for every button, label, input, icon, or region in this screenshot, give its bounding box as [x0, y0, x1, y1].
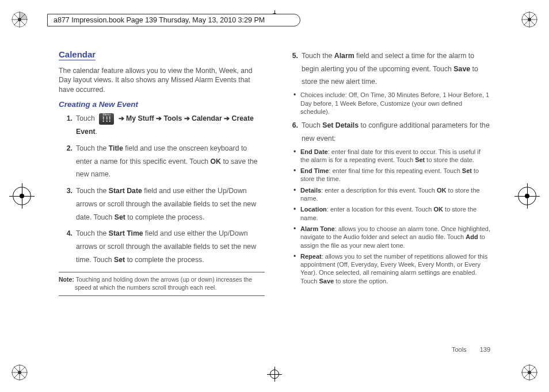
- bullet-item: End Date: enter final date for this even…: [295, 148, 490, 164]
- page-body: Calendar The calendar feature allows you…: [59, 49, 490, 358]
- registration-mark-icon: [521, 11, 537, 28]
- registration-mark-icon: [521, 364, 537, 381]
- section-subhead: Creating a New Event: [59, 100, 265, 109]
- step-number: 3.: [59, 185, 73, 198]
- step-number: 1.: [59, 112, 73, 125]
- bullet-item: Details: enter a description for this ev…: [295, 186, 490, 203]
- step-number: 6.: [284, 119, 298, 132]
- section-intro: The calendar feature allows you to view …: [59, 66, 265, 94]
- step-text: Touch Menu ➔ My Stuff ➔ Tools ➔ Calendar…: [76, 114, 254, 136]
- step-item: 1. Touch Menu ➔ My Stuff ➔ Tools ➔ Calen…: [59, 112, 265, 138]
- step-number: 5.: [284, 49, 298, 63]
- svg-point-11: [528, 18, 531, 21]
- menu-icon-label: Menu: [99, 112, 114, 117]
- bullet-item: Repeat: allows you to set the number of …: [295, 252, 490, 285]
- svg-point-23: [528, 371, 531, 374]
- step-text: Touch the Start Date field and use eithe…: [76, 187, 256, 221]
- sub-bullets: Choices include: Off, On Time, 30 Minute…: [284, 91, 490, 116]
- note-text: Touching and holding down the arrows (up…: [76, 276, 252, 283]
- text-fragment: .: [96, 128, 97, 136]
- step-item: 2. Touch the Title field and use the ons…: [59, 142, 265, 181]
- text-fragment: Touch: [76, 114, 97, 122]
- bullet-item: End Time: enter final time for this repe…: [295, 167, 490, 183]
- column-right: 5. Touch the Alarm field and select a ti…: [284, 49, 490, 358]
- step-item: 5. Touch the Alarm field and select a ti…: [284, 49, 490, 89]
- svg-point-17: [18, 371, 21, 374]
- footer-page-number: 139: [480, 346, 490, 353]
- target-mark-icon: [13, 187, 31, 205]
- section-title: Calendar: [59, 49, 96, 60]
- menu-icon: Menu: [99, 113, 114, 125]
- page-footer: Tools 139: [452, 346, 490, 353]
- column-left: Calendar The calendar feature allows you…: [59, 49, 265, 358]
- step-number: 4.: [59, 227, 73, 240]
- step-text: Touch the Alarm field and select a time …: [302, 52, 478, 86]
- step-item: 3. Touch the Start Date field and use ei…: [59, 185, 265, 224]
- note-lead: Note:: [59, 276, 74, 283]
- page-stamp: a877 Impression.book Page 139 Thursday, …: [47, 14, 300, 26]
- bullet-item: Choices include: Off, On Time, 30 Minute…: [295, 91, 490, 116]
- bullet-item: Alarm Tone: allows you to choose an alar…: [295, 225, 490, 249]
- step-text: Touch Set Details to configure additiona…: [302, 121, 490, 143]
- registration-mark-icon: [12, 11, 28, 28]
- step-item: 6. Touch Set Details to configure additi…: [284, 119, 490, 145]
- step-item: 4. Touch the Start Time field and use ei…: [59, 227, 265, 266]
- steps-list-left: 1. Touch Menu ➔ My Stuff ➔ Tools ➔ Calen…: [59, 112, 265, 266]
- step-number: 2.: [59, 142, 73, 155]
- bullet-item: Location: enter a location for this even…: [295, 205, 490, 222]
- target-mark-icon: [518, 187, 536, 205]
- sub-bullets: End Date: enter final date for this even…: [284, 148, 490, 285]
- registration-mark-icon: [12, 364, 28, 381]
- step-text: Touch the Start Time field and use eithe…: [76, 229, 256, 263]
- note-block: Note: Touching and holding down the arro…: [59, 272, 265, 295]
- step-text: Touch the Title field and use the onscre…: [76, 144, 258, 178]
- crop-mark-icon: [268, 368, 281, 381]
- footer-section: Tools: [452, 346, 467, 353]
